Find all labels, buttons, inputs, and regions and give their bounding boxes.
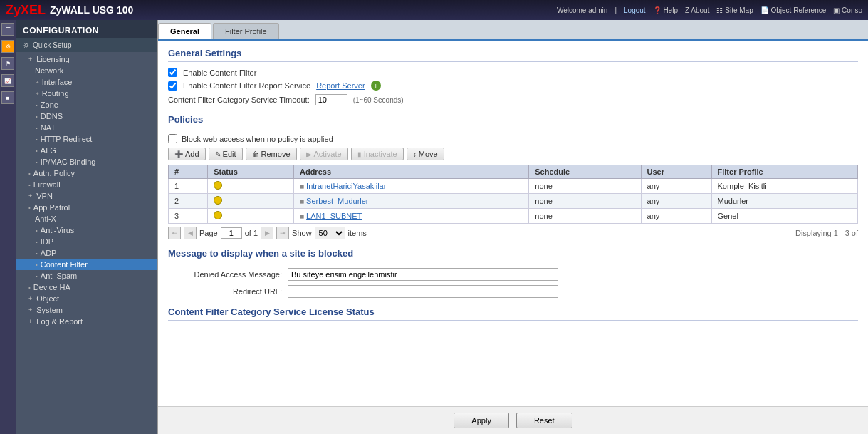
- sidebar-label-system: System: [36, 306, 63, 314]
- license-section: Content Filter Category Service License …: [168, 306, 858, 321]
- help-link[interactable]: ❓ Help: [653, 6, 678, 14]
- sidebar-label-firewall: Firewall: [33, 180, 61, 189]
- icon-strip-btn-2[interactable]: ⚙: [1, 40, 14, 53]
- row2-filter-profile: Mudurler: [711, 194, 857, 209]
- sidebar-item-system[interactable]: + System: [16, 304, 157, 316]
- report-info-icon[interactable]: i: [371, 81, 381, 91]
- sidebar-item-http-redirect[interactable]: • HTTP Redirect: [16, 133, 157, 145]
- icon-strip-btn-3[interactable]: ⚑: [1, 57, 14, 70]
- icon-strip: ☰ ⚙ ⚑ 📈 ■: [0, 20, 16, 434]
- page-input[interactable]: [221, 227, 242, 239]
- activate-btn[interactable]: ▶ Activate: [300, 148, 348, 160]
- expand-network: -: [28, 67, 31, 74]
- about-link[interactable]: Z About: [685, 6, 709, 14]
- move-btn[interactable]: ↕ Move: [407, 148, 444, 160]
- sidebar-item-routing[interactable]: + Routing: [16, 88, 157, 99]
- sidebar-item-device-ha[interactable]: • Device HA: [16, 281, 157, 293]
- pg-last-btn[interactable]: ⇥: [276, 227, 289, 239]
- sidebar-item-anti-spam[interactable]: • Anti-Spam: [16, 270, 157, 281]
- sitemap-link[interactable]: ☷ Site Map: [716, 6, 753, 14]
- console-link[interactable]: ▣ Conso: [833, 6, 862, 14]
- row3-schedule: none: [529, 209, 641, 224]
- dot-app-patrol: •: [28, 205, 31, 211]
- sidebar-item-nat[interactable]: • NAT: [16, 122, 157, 133]
- sidebar-item-licensing[interactable]: + Licensing: [16, 53, 157, 65]
- enable-cf-checkbox[interactable]: [168, 68, 177, 77]
- edit-btn[interactable]: ✎ Edit: [209, 148, 243, 160]
- main-panel: General Filter Profile General Settings …: [158, 20, 868, 434]
- remove-btn[interactable]: 🗑 Remove: [246, 148, 297, 160]
- sidebar-label-routing: Routing: [42, 89, 69, 98]
- report-server-link[interactable]: Report Server: [316, 81, 365, 90]
- expand-vpn: +: [28, 192, 32, 200]
- sidebar: CONFIGURATION ⛭ Quick Setup + Licensing …: [16, 20, 158, 434]
- tab-filter-profile[interactable]: Filter Profile: [213, 23, 279, 39]
- sidebar-label-ipmac: IP/MAC Binding: [41, 157, 96, 166]
- sidebar-item-auth-policy[interactable]: • Auth. Policy: [16, 167, 157, 179]
- block-policy-checkbox[interactable]: [168, 134, 177, 143]
- content-area: General Settings Enable Content Filter E…: [158, 41, 868, 406]
- col-filter-profile: Filter Profile: [711, 165, 857, 179]
- row2-num: 2: [169, 194, 208, 209]
- sidebar-item-app-patrol[interactable]: • App Patrol: [16, 202, 157, 213]
- sidebar-item-ipmac[interactable]: • IP/MAC Binding: [16, 156, 157, 167]
- dot-ddns: •: [36, 113, 38, 120]
- sidebar-item-alg[interactable]: • ALG: [16, 145, 157, 156]
- pg-first-btn[interactable]: ⇤: [168, 227, 181, 239]
- row1-address: ■ IntranetHariciYasaklilar: [293, 179, 528, 194]
- inactivate-icon: ▮: [357, 150, 362, 158]
- policies-table: # Status Address Schedule User Filter Pr…: [168, 165, 858, 224]
- icon-strip-btn-1[interactable]: ☰: [1, 23, 14, 36]
- timeout-input[interactable]: [315, 94, 347, 105]
- sidebar-label-vpn: VPN: [36, 192, 53, 200]
- logout-link[interactable]: Logout: [624, 6, 646, 14]
- pg-prev-btn[interactable]: ◀: [184, 227, 197, 239]
- sidebar-label-nat: NAT: [41, 123, 56, 132]
- sidebar-item-vpn[interactable]: + VPN: [16, 190, 157, 202]
- sidebar-item-interface[interactable]: + Interface: [16, 76, 157, 88]
- inactivate-label: Inactivate: [364, 150, 397, 158]
- quick-setup-btn[interactable]: ⛭ Quick Setup: [16, 38, 157, 52]
- quick-setup-icon: ⛭: [23, 41, 30, 49]
- icon-strip-btn-4[interactable]: 📈: [1, 74, 14, 87]
- icon-strip-btn-5[interactable]: ■: [1, 91, 14, 104]
- sidebar-item-zone[interactable]: • Zone: [16, 99, 157, 110]
- bottom-bar: Apply Reset: [158, 406, 868, 434]
- dot-idp: •: [36, 239, 38, 245]
- sidebar-item-anti-virus[interactable]: • Anti-Virus: [16, 224, 157, 236]
- sidebar-item-content-filter[interactable]: • Content Filter: [16, 259, 157, 270]
- addr-link-1[interactable]: IntranetHariciYasaklilar: [306, 182, 386, 190]
- sidebar-item-firewall[interactable]: • Firewall: [16, 179, 157, 190]
- sidebar-item-network[interactable]: - Network: [16, 65, 157, 76]
- sidebar-item-object[interactable]: + Object: [16, 293, 157, 304]
- dot-firewall: •: [28, 182, 31, 188]
- expand-licensing: +: [28, 56, 32, 63]
- enable-report-checkbox[interactable]: [168, 81, 177, 91]
- col-schedule: Schedule: [529, 165, 641, 179]
- add-btn[interactable]: ➕ Add: [168, 148, 206, 160]
- reset-button[interactable]: Reset: [516, 413, 572, 428]
- redirect-input[interactable]: [288, 285, 558, 298]
- denied-input[interactable]: [288, 268, 558, 281]
- apply-button[interactable]: Apply: [454, 413, 509, 428]
- pg-next-btn[interactable]: ▶: [261, 227, 273, 239]
- pagination-left: ⇤ ◀ Page of 1 ▶ ⇥ Show 50 25 100 it: [168, 227, 367, 239]
- policies-section: Policies Block web access when no policy…: [168, 114, 858, 239]
- denied-label: Denied Access Message:: [168, 270, 282, 279]
- col-address: Address: [293, 165, 528, 179]
- addr-link-3[interactable]: LAN1_SUBNET: [306, 212, 362, 220]
- object-reference-link[interactable]: 📄 Object Reference: [760, 6, 827, 14]
- sidebar-item-anti-x[interactable]: - Anti-X: [16, 213, 157, 224]
- inactivate-btn[interactable]: ▮ Inactivate: [351, 148, 404, 160]
- row3-status: [208, 209, 294, 224]
- sidebar-item-ddns[interactable]: • DDNS: [16, 110, 157, 122]
- show-select[interactable]: 50 25 100: [315, 227, 345, 239]
- addr-link-2[interactable]: Serbest_Mudurler: [306, 197, 368, 205]
- sidebar-item-log-report[interactable]: + Log & Report: [16, 316, 157, 327]
- sidebar-item-adp[interactable]: • ADP: [16, 247, 157, 259]
- denied-access-row: Denied Access Message:: [168, 268, 858, 281]
- sidebar-item-idp[interactable]: • IDP: [16, 236, 157, 247]
- topbar-logo: ZyXEL ZyWALL USG 100: [6, 3, 133, 18]
- tab-general[interactable]: General: [158, 23, 211, 39]
- row1-filter-profile: Komple_Kisitli: [711, 179, 857, 194]
